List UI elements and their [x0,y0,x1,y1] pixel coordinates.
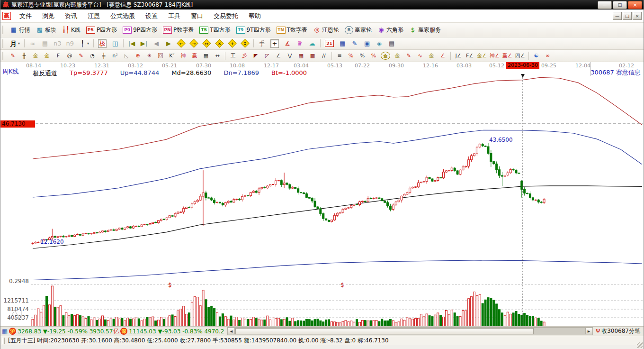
v-lines-tool[interactable]: ⋁ [284,50,295,62]
menu-item-4[interactable]: 江恩 [82,12,105,20]
crosshair-button[interactable]: + [268,37,281,49]
compass-tool[interactable]: ⊕ [132,50,143,62]
calendar-button[interactable]: 21 [322,37,336,49]
notebook-button[interactable]: ✎ [349,37,361,49]
t-number-button[interactable]: TNT数字表 [274,23,310,37]
diamond-vspan-button[interactable]: ↕ [239,37,251,49]
win-angle-tool[interactable]: 赢∠ [501,50,514,62]
gann-wheel-button[interactable]: ◎江恩轮 [310,23,342,37]
fan-tool[interactable]: 彡 [239,50,250,62]
diamond-collapse-button[interactable]: × [213,37,226,49]
pct-tool[interactable]: % [357,50,368,62]
winner-wheel-button[interactable]: B赢家轮 [342,23,375,37]
menu-item-2[interactable]: 浏览 [37,12,60,20]
time-circle-tool[interactable]: ◔ [87,50,98,62]
shen-tool[interactable]: 神 [178,50,189,62]
resize-grip[interactable] [637,342,643,348]
pct-fan-tool[interactable]: % [345,50,357,62]
pencil-tool[interactable]: ✎ [7,50,18,62]
gold-line-tool[interactable]: 金 [392,50,403,62]
menu-item-8[interactable]: 窗口 [186,12,208,20]
gold-angle-tool[interactable]: 金∠ [475,50,488,62]
diamond-left-button[interactable]: ← [175,37,188,49]
sectors-button[interactable]: ▩板块 [33,23,59,37]
bars9-button[interactable]: n9 [64,37,77,49]
hexagon-button[interactable]: ◉六角形 [375,23,406,37]
pointer-button[interactable]: 手 [256,37,268,49]
taiji-tool[interactable]: ☯ [531,50,542,62]
fan-box-tool[interactable]: ◤ [250,50,261,62]
pct-line-tool[interactable]: % [368,50,379,62]
grid-array-tool[interactable]: ▦ [295,50,307,62]
crown-button[interactable]: ♛ [294,37,306,49]
shen-angle-tool[interactable]: 神∠ [488,50,501,62]
ratio-tool[interactable]: ≡ [334,50,345,62]
winner-service-button[interactable]: $赢家服务 [406,23,444,37]
grid-123-tool[interactable]: ▦ [200,50,212,62]
pencil2-tool[interactable]: ✎ [75,50,87,62]
spiral-tool[interactable]: @ [64,50,75,62]
t-square-button[interactable]: TST四方形 [197,23,233,37]
win-tool[interactable]: 赢 [189,50,200,62]
last-bar-button[interactable]: ▶| [138,37,150,49]
note-button[interactable]: ▤ [39,37,51,49]
four-angle-tool[interactable]: 四∠ [514,50,527,62]
next-bar-button[interactable]: ▶ [162,37,175,49]
menu-item-7[interactable]: 工具 [163,12,186,20]
prev-bar-button[interactable]: ◀ [150,37,162,49]
kline-button[interactable]: ╽╿K线 [59,23,83,37]
candle-style-button[interactable]: ╿▾ [76,37,91,49]
gold-slant-tool[interactable]: ∠ [437,50,448,62]
nine-t-square-button[interactable]: T99T四方形 [233,23,274,37]
menu-item-9[interactable]: 交易委托 [208,12,243,20]
scroll-left-arrow-icon[interactable]: ◀ [228,328,235,334]
print-button[interactable]: ▤ [385,37,398,49]
tick-view-label[interactable]: 收300687分笔 [601,327,640,335]
calculator-button[interactable]: ▦ [336,37,349,49]
minimize-button[interactable]: — [598,1,612,9]
close-button[interactable]: × [628,1,642,9]
save-button[interactable]: ▣ [361,37,373,49]
n-squared-tool[interactable]: n² [109,50,121,62]
infinity-tool[interactable]: ∞ [542,50,554,62]
horizontal-scrollbar[interactable]: ◀ ▶ [227,327,592,335]
star-flower-tool[interactable]: ✳ [143,50,155,62]
angle-lines-tool[interactable]: ∠ [273,50,284,62]
gann-vline-tool[interactable]: ╫ [18,50,30,62]
golden-section-tool[interactable]: 金 [30,50,41,62]
ibeam-tool[interactable]: 工 [227,50,239,62]
diamond-hspan-button[interactable]: ↔ [200,37,213,49]
fan-box2-tool[interactable]: ◸ [261,50,273,62]
mdi-minimize-button[interactable]: — [613,12,622,20]
menu-item-5[interactable]: 公式选股 [105,12,140,20]
p-square-button[interactable]: PSP四方形 [83,23,120,37]
golden-section2-tool[interactable]: 金 [41,50,53,62]
menu-item-1[interactable]: 文件 [14,12,37,20]
k-mark-tool[interactable]: K″ [166,50,178,62]
scrollbar-thumb[interactable] [235,328,534,334]
hspan-tool[interactable]: ↔ [212,50,223,62]
wave-tool[interactable]: ∿ [414,50,426,62]
menu-item-3[interactable]: 资讯 [60,12,82,20]
grid-array2-tool[interactable]: ▩ [307,50,318,62]
square-maze-tool[interactable]: 回 [155,50,166,62]
first-bar-button[interactable]: |◀ [125,37,138,49]
bars3-button[interactable]: n3 [51,37,64,49]
scroll-right-arrow-icon[interactable]: ▶ [585,328,592,334]
menu-item-10[interactable]: 帮助 [243,12,266,20]
gold-line2-tool[interactable]: 金 [426,50,437,62]
restore-button[interactable]: □ [613,1,627,9]
p-number-button[interactable]: PNP数字表 [160,23,197,37]
slash-lines-tool[interactable]: ∕∕ [318,50,330,62]
shell-button[interactable]: ☁ [306,37,318,49]
mdi-restore-button[interactable]: □ [623,12,632,20]
nine-p-square-button[interactable]: P99P四方形 [120,23,160,37]
export-button[interactable]: ◈ [373,37,385,49]
quotes-button[interactable]: ▦行情 [7,23,33,37]
tangle-button[interactable]: ≈ [27,37,39,49]
angle-measure-button[interactable]: ∡ [281,37,294,49]
chart-canvas[interactable]: 40523781047412157110.294843.650012.1620$… [0,62,644,326]
fib-tool[interactable]: F [53,50,64,62]
mdi-close-button[interactable]: × [633,12,642,20]
distribution-button[interactable]: ◫ [109,37,121,49]
